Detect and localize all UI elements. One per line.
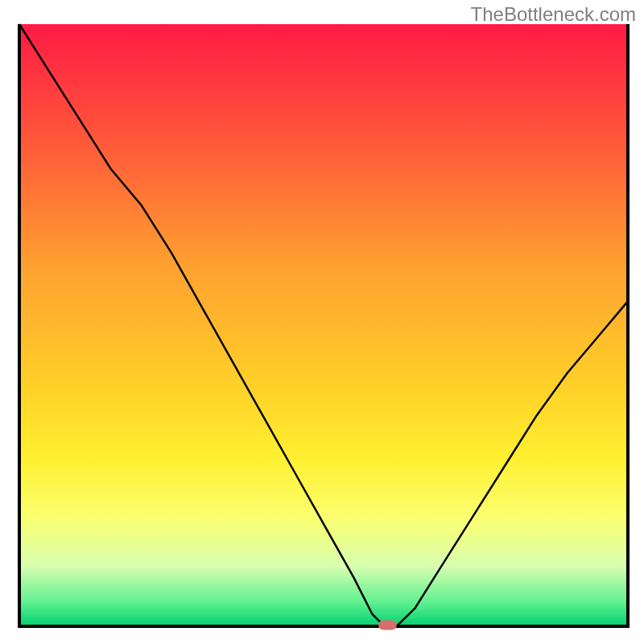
optimum-marker [378,620,397,630]
chart-svg [0,0,644,644]
plot-background [19,24,628,626]
chart-container: TheBottleneck.com [0,0,644,644]
watermark-text: TheBottleneck.com [471,3,636,26]
